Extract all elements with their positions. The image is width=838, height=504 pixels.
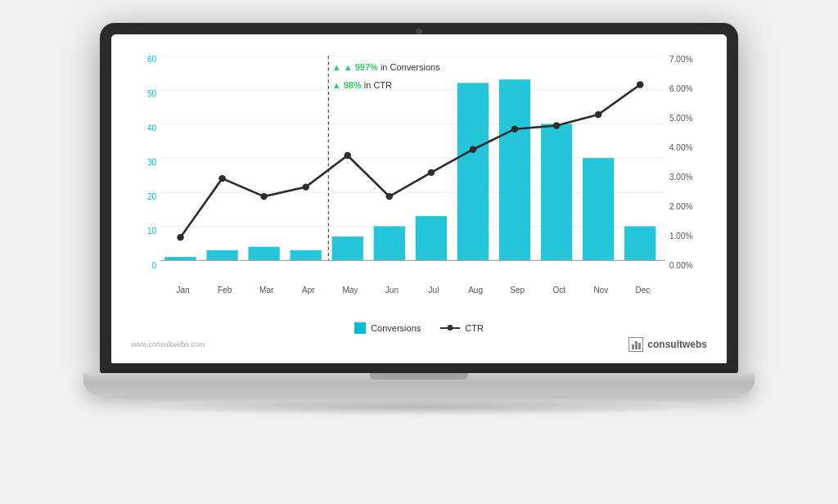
y-left-50: 50 xyxy=(128,90,156,98)
y-left-10: 10 xyxy=(128,227,156,236)
svg-rect-8 xyxy=(164,257,196,260)
svg-rect-11 xyxy=(291,250,322,261)
annotation-98-arrow: ▲ 98% xyxy=(332,80,362,90)
y-right-2: 2.00% xyxy=(669,203,710,211)
screen-footer: www.consultwebs.com consultwebs xyxy=(128,334,710,353)
svg-point-28 xyxy=(511,126,519,133)
footer-url: www.consultwebs.com xyxy=(131,340,205,349)
y-left-0: 0 xyxy=(128,262,156,270)
annotation-997-label: in Conversions xyxy=(381,62,440,72)
y-left-60: 60 xyxy=(128,56,156,64)
svg-rect-16 xyxy=(499,79,530,260)
chart-area: 0 10 20 30 40 50 60 0.00% 1.00% 2. xyxy=(128,47,710,334)
screen-content: 0 10 20 30 40 50 60 0.00% 1.00% 2. xyxy=(111,34,727,363)
annotation-conversions: ▲ 997% in Conversions xyxy=(332,62,440,72)
svg-point-26 xyxy=(428,169,435,176)
y-right-0: 0.00% xyxy=(669,262,710,270)
x-axis: Jan Feb Mar Apr May Jun Jul Aug Sep Oct … xyxy=(160,286,665,295)
svg-rect-14 xyxy=(416,216,447,260)
svg-point-20 xyxy=(177,234,184,241)
svg-rect-17 xyxy=(541,124,572,260)
svg-rect-9 xyxy=(206,250,237,261)
x-label-nov: Nov xyxy=(580,286,622,295)
chart-wrapper: 0 10 20 30 40 50 60 0.00% 1.00% 2. xyxy=(160,56,665,295)
svg-point-25 xyxy=(386,193,394,200)
x-label-apr: Apr xyxy=(287,286,329,295)
legend-ctr-line xyxy=(440,327,460,329)
legend-conversions: Conversions xyxy=(354,322,421,334)
logo-icon xyxy=(628,337,643,352)
svg-point-31 xyxy=(637,81,644,88)
y-left-40: 40 xyxy=(128,124,156,133)
annotation-98-label: in CTR xyxy=(364,80,392,90)
webcam xyxy=(416,28,422,34)
legend-conversions-box xyxy=(354,322,366,334)
annotation-ctr: ▲ 98% in CTR xyxy=(332,80,392,90)
x-label-mar: Mar xyxy=(246,286,287,295)
brand-name: consultwebs xyxy=(647,339,707,350)
bar2 xyxy=(635,341,638,349)
svg-point-22 xyxy=(260,193,268,200)
x-label-jun: Jun xyxy=(371,286,412,295)
y-right-6: 6.00% xyxy=(669,85,710,93)
chart-legend: Conversions CTR xyxy=(128,322,710,334)
x-label-oct: Oct xyxy=(538,286,580,295)
x-label-dec: Dec xyxy=(622,286,664,295)
legend-ctr: CTR xyxy=(440,322,484,334)
y-axis-left: 0 10 20 30 40 50 60 xyxy=(128,56,156,270)
screen-bezel: 0 10 20 30 40 50 60 0.00% 1.00% 2. xyxy=(111,34,727,363)
svg-point-24 xyxy=(344,152,351,159)
svg-point-29 xyxy=(553,122,561,128)
y-left-30: 30 xyxy=(128,159,156,167)
svg-point-27 xyxy=(470,146,477,153)
svg-point-30 xyxy=(595,111,602,118)
svg-rect-13 xyxy=(374,227,405,261)
y-right-4: 4.00% xyxy=(669,144,710,152)
svg-rect-18 xyxy=(583,158,614,260)
y-right-1: 1.00% xyxy=(669,232,710,241)
svg-rect-10 xyxy=(248,247,279,261)
svg-point-23 xyxy=(302,183,309,190)
svg-rect-12 xyxy=(332,236,363,260)
laptop-base xyxy=(83,373,755,396)
y-left-20: 20 xyxy=(128,193,156,201)
laptop-shadow xyxy=(133,399,705,416)
bar3 xyxy=(638,343,641,349)
svg-rect-15 xyxy=(457,83,489,260)
x-label-may: May xyxy=(329,286,371,295)
svg-point-21 xyxy=(219,175,226,182)
laptop-lid: 0 10 20 30 40 50 60 0.00% 1.00% 2. xyxy=(100,23,738,375)
x-label-jan: Jan xyxy=(162,286,204,295)
legend-ctr-label: CTR xyxy=(465,323,484,333)
footer-logo: consultwebs xyxy=(628,337,707,352)
y-axis-right: 0.00% 1.00% 2.00% 3.00% 4.00% 5.00% 6.00… xyxy=(669,56,710,270)
y-right-7: 7.00% xyxy=(669,56,710,64)
x-label-feb: Feb xyxy=(204,286,246,295)
x-label-sep: Sep xyxy=(497,286,538,295)
laptop-scene: 0 10 20 30 40 50 60 0.00% 1.00% 2. xyxy=(83,23,755,481)
chart-svg xyxy=(160,56,665,295)
legend-conversions-label: Conversions xyxy=(371,323,421,333)
annotation-997-text: 997% xyxy=(355,62,378,72)
svg-rect-19 xyxy=(624,227,656,261)
y-right-3: 3.00% xyxy=(669,173,710,182)
x-label-aug: Aug xyxy=(455,286,497,295)
x-label-jul: Jul xyxy=(412,286,454,295)
bar1 xyxy=(632,344,634,349)
y-right-5: 5.00% xyxy=(669,115,710,123)
